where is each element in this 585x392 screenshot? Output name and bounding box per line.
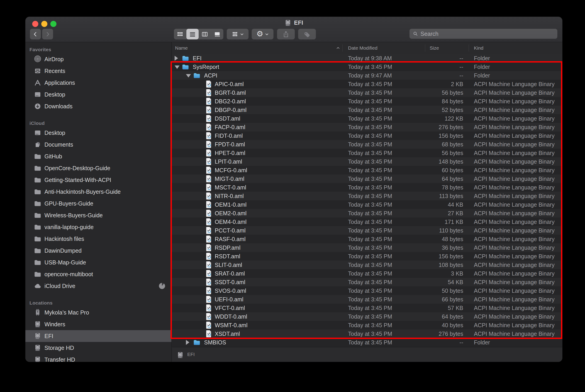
sidebar-item-dawindumped[interactable]: DawinDumped bbox=[26, 245, 171, 256]
sidebar-item-recents[interactable]: Recents bbox=[26, 65, 171, 77]
file-row-dsdt-aml[interactable]: DSDT.aml Today at 3:45 PM 122 KB ACPI Ma… bbox=[172, 114, 562, 123]
action-button[interactable]: ⚙ bbox=[252, 29, 273, 40]
file-row-msct-0-aml[interactable]: MSCT-0.aml Today at 3:45 PM 78 bytes ACP… bbox=[172, 183, 562, 192]
sidebar-item-downloads[interactable]: Downloads bbox=[26, 100, 171, 112]
sidebar-item-gpu-buyers-guide[interactable]: GPU-Buyers-Guide bbox=[26, 198, 171, 209]
sidebar-item-anti-hackintosh-buyers-guide[interactable]: Anti-Hackintosh-Buyers-Guide bbox=[26, 186, 171, 198]
sidebar-item-label: Recents bbox=[45, 65, 65, 77]
file-row-ssdt-0-aml[interactable]: SSDT-0.aml Today at 3:45 PM 54 KB ACPI M… bbox=[172, 278, 562, 286]
sidebar-item-github[interactable]: GitHub bbox=[26, 150, 171, 162]
folder-row-acpi[interactable]: ACPI Today at 9:47 AM -- Folder bbox=[172, 71, 562, 80]
sidebar-item-label: Mykola’s Mac Pro bbox=[45, 306, 89, 318]
file-row-oem1-0-aml[interactable]: OEM1-0.aml Today at 3:45 PM 44 KB ACPI M… bbox=[172, 200, 562, 209]
share-button[interactable] bbox=[277, 29, 295, 40]
file-row-rsdp-aml[interactable]: RSDP.aml Today at 3:45 PM 36 bytes ACPI … bbox=[172, 243, 562, 252]
file-row-svos-0-aml[interactable]: SVOS-0.aml Today at 3:45 PM 50 bytes ACP… bbox=[172, 286, 562, 295]
file-row-mcfg-0-aml[interactable]: MCFG-0.aml Today at 3:45 PM 60 bytes ACP… bbox=[172, 166, 562, 174]
file-name: LPIT-0.aml bbox=[215, 157, 242, 166]
sidebar-item-mykola-s-mac-pro[interactable]: Mykola’s Mac Pro bbox=[26, 306, 171, 318]
search-field[interactable] bbox=[409, 29, 557, 39]
file-row-wddt-0-aml[interactable]: WDDT-0.aml Today at 3:45 PM 64 bytes ACP… bbox=[172, 312, 562, 321]
column-view-button[interactable] bbox=[199, 29, 211, 40]
file-row-nitr-0-aml[interactable]: NITR-0.aml Today at 3:45 PM 113 bytes AC… bbox=[172, 192, 562, 200]
file-row-oem4-0-aml[interactable]: OEM4-0.aml Today at 3:45 PM 171 KB ACPI … bbox=[172, 218, 562, 226]
sidebar-item-opencore-multiboot[interactable]: opencore-multiboot bbox=[26, 268, 171, 280]
file-row-migt-0-aml[interactable]: MIGT-0.aml Today at 3:45 PM 64 bytes ACP… bbox=[172, 174, 562, 183]
sidebar-item-label: DawinDumped bbox=[45, 245, 82, 256]
file-row-facp-0-aml[interactable]: FACP-0.aml Today at 3:45 PM 276 bytes AC… bbox=[172, 123, 562, 132]
sidebar-item-label: OpenCore-Desktop-Guide bbox=[45, 162, 110, 174]
column-header-name[interactable]: Name bbox=[175, 42, 188, 54]
column-header-size[interactable]: Size bbox=[430, 42, 439, 54]
group-button[interactable] bbox=[227, 29, 249, 40]
file-row-apic-0-aml[interactable]: APIC-0.aml Today at 3:45 PM 2 KB ACPI Ma… bbox=[172, 80, 562, 88]
file-list: EFI Today at 9:38 AM -- Folder SysReport… bbox=[172, 54, 562, 347]
file-row-oem2-0-aml[interactable]: OEM2-0.aml Today at 3:45 PM 27 KB ACPI M… bbox=[172, 209, 562, 218]
sidebar-item-wireless-buyers-guide[interactable]: Wireless-Buyers-Guide bbox=[26, 209, 171, 221]
disclosure-triangle-icon[interactable] bbox=[175, 56, 178, 61]
disclosure-triangle-icon[interactable] bbox=[186, 74, 191, 78]
sidebar-item-vanilla-laptop-guide[interactable]: vanilla-laptop-guide bbox=[26, 221, 171, 233]
file-row-slit-0-aml[interactable]: SLIT-0.aml Today at 3:45 PM 108 bytes AC… bbox=[172, 260, 562, 269]
file-row-vfct-0-aml[interactable]: VFCT-0.aml Today at 3:45 PM 57 KB ACPI M… bbox=[172, 304, 562, 312]
sidebar-item-opencore-desktop-guide[interactable]: OpenCore-Desktop-Guide bbox=[26, 162, 171, 174]
sidebar-item-desktop[interactable]: Desktop bbox=[26, 88, 171, 100]
disclosure-triangle-icon[interactable] bbox=[186, 340, 189, 345]
column-divider[interactable] bbox=[425, 44, 425, 52]
icon-view-button[interactable] bbox=[174, 29, 186, 40]
gallery-view-button[interactable] bbox=[211, 29, 224, 40]
sidebar-item-getting-started-with-acpi[interactable]: Getting-Started-With-ACPI bbox=[26, 174, 171, 186]
file-size: 66 bytes bbox=[405, 295, 463, 304]
column-divider[interactable] bbox=[342, 44, 343, 52]
file-list-pane: Name Date Modified Size Kind EFI Today a… bbox=[172, 42, 562, 362]
file-kind: ACPI Machine Language Binary bbox=[474, 235, 555, 243]
file-row-uefi-0-aml[interactable]: UEFI-0.aml Today at 3:45 PM 66 bytes ACP… bbox=[172, 295, 562, 304]
file-row-fidt-0-aml[interactable]: FIDT-0.aml Today at 3:45 PM 156 bytes AC… bbox=[172, 132, 562, 140]
file-row-rsdt-aml[interactable]: RSDT.aml Today at 3:45 PM 156 bytes ACPI… bbox=[172, 252, 562, 260]
aml-document-icon bbox=[205, 270, 213, 277]
column-header-kind[interactable]: Kind bbox=[474, 42, 483, 54]
sidebar-item-winders[interactable]: Winders bbox=[26, 318, 171, 330]
sidebar-item-desktop[interactable]: Desktop bbox=[26, 127, 171, 139]
zoom-button[interactable] bbox=[50, 21, 57, 27]
sidebar-item-applications[interactable]: Applications bbox=[26, 77, 171, 88]
file-name: WDDT-0.aml bbox=[215, 312, 247, 321]
sidebar-item-airdrop[interactable]: AirDrop bbox=[26, 53, 171, 65]
file-row-rasf-0-aml[interactable]: RASF-0.aml Today at 3:45 PM 48 bytes ACP… bbox=[172, 235, 562, 243]
file-row-lpit-0-aml[interactable]: LPIT-0.aml Today at 3:45 PM 148 bytes AC… bbox=[172, 157, 562, 166]
column-header-date[interactable]: Date Modified bbox=[348, 42, 377, 54]
sidebar-item-efi[interactable]: EFI bbox=[26, 330, 171, 342]
file-row-bgrt-0-aml[interactable]: BGRT-0.aml Today at 3:45 PM 56 bytes ACP… bbox=[172, 88, 562, 97]
grid-icon bbox=[177, 31, 183, 38]
folder-row-smbios[interactable]: SMBIOS Today at 3:45 PM -- Folder bbox=[172, 338, 562, 347]
file-row-pcct-0-aml[interactable]: PCCT-0.aml Today at 3:45 PM 110 bytes AC… bbox=[172, 226, 562, 235]
file-row-wsmt-0-aml[interactable]: WSMT-0.aml Today at 3:45 PM 40 bytes ACP… bbox=[172, 321, 562, 330]
list-view-button[interactable] bbox=[186, 29, 199, 40]
folder-row-sysreport[interactable]: SysReport Today at 3:45 PM -- Folder bbox=[172, 62, 562, 71]
file-row-hpet-0-aml[interactable]: HPET-0.aml Today at 3:45 PM 56 bytes ACP… bbox=[172, 149, 562, 157]
sidebar-item-hackintosh-files[interactable]: Hackintosh files bbox=[26, 233, 171, 245]
file-row-dbg2-0-aml[interactable]: DBG2-0.aml Today at 3:45 PM 84 bytes ACP… bbox=[172, 97, 562, 106]
sidebar-item-usb-map-guide[interactable]: USB-Map-Guide bbox=[26, 256, 171, 268]
file-row-dbgp-0-aml[interactable]: DBGP-0.aml Today at 3:45 PM 52 bytes ACP… bbox=[172, 106, 562, 114]
file-row-xsdt-aml[interactable]: XSDT.aml Today at 3:45 PM 276 bytes ACPI… bbox=[172, 330, 562, 338]
aml-document-icon bbox=[205, 252, 213, 260]
tag-button[interactable] bbox=[298, 29, 316, 40]
file-size: 68 bytes bbox=[405, 140, 463, 149]
folder-row-efi[interactable]: EFI Today at 9:38 AM -- Folder bbox=[172, 54, 562, 62]
search-input[interactable] bbox=[420, 30, 554, 38]
sidebar-item-icloud-drive[interactable]: iCloud Drive bbox=[26, 280, 171, 292]
forward-button[interactable] bbox=[42, 29, 53, 40]
close-button[interactable] bbox=[32, 21, 38, 27]
disclosure-triangle-icon[interactable] bbox=[175, 66, 180, 69]
file-row-fpdt-0-aml[interactable]: FPDT-0.aml Today at 3:45 PM 68 bytes ACP… bbox=[172, 140, 562, 149]
file-row-srat-0-aml[interactable]: SRAT-0.aml Today at 3:45 PM 3 KB ACPI Ma… bbox=[172, 269, 562, 278]
back-button[interactable] bbox=[30, 29, 41, 40]
column-divider[interactable] bbox=[469, 44, 469, 52]
sidebar-item-transfer-hd[interactable]: Transfer HD bbox=[26, 354, 171, 362]
file-kind: ACPI Machine Language Binary bbox=[474, 114, 555, 123]
sidebar-item-storage-hd[interactable]: Storage HD bbox=[26, 342, 171, 354]
minimize-button[interactable] bbox=[41, 21, 47, 27]
aml-document-icon bbox=[205, 201, 213, 208]
sidebar-item-documents[interactable]: Documents bbox=[26, 139, 171, 150]
